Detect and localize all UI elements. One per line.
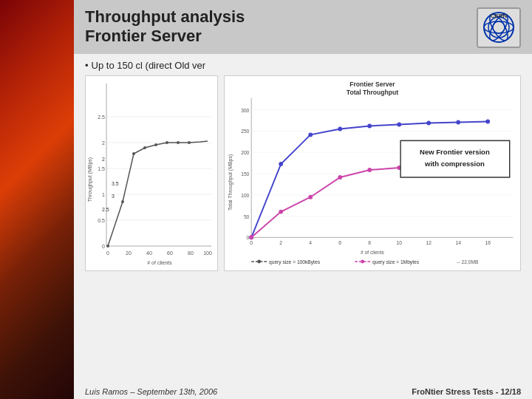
main-container: Throughput analysis Frontier Server CERN… <box>74 0 532 399</box>
svg-text:3.5: 3.5 <box>112 181 119 186</box>
svg-point-75 <box>426 121 431 126</box>
background-panel <box>0 0 81 399</box>
svg-text:100: 100 <box>241 193 249 198</box>
title-line1: Throughput analysis <box>85 7 245 27</box>
svg-point-77 <box>485 120 490 124</box>
svg-text:300: 300 <box>241 108 249 113</box>
svg-point-74 <box>397 123 401 127</box>
svg-point-30 <box>121 200 124 203</box>
svg-text:Total Throughput (MBps): Total Throughput (MBps) <box>228 154 233 211</box>
svg-point-80 <box>308 195 313 200</box>
title-line2: Frontier Server <box>85 27 245 46</box>
cern-logo: CERN <box>477 7 521 48</box>
svg-text:12: 12 <box>426 240 432 245</box>
svg-text:Frontier Server: Frontier Server <box>349 81 395 88</box>
footer: Luis Ramos – September 13th, 2006 FroNti… <box>85 387 521 396</box>
svg-text:20: 20 <box>126 250 132 256</box>
svg-text:6: 6 <box>338 240 341 245</box>
svg-text:query size = 100kBytes: query size = 100kBytes <box>269 259 321 265</box>
svg-point-34 <box>166 141 168 144</box>
left-chart-wrapper: Throughput (MBps) 0 0.5 1 1.5 2 <box>85 75 218 271</box>
svg-text:60: 60 <box>167 250 173 256</box>
svg-point-82 <box>367 168 372 172</box>
svg-point-76 <box>456 120 460 125</box>
svg-text:2.5: 2.5 <box>102 207 109 212</box>
svg-text:200: 200 <box>241 150 249 155</box>
content-area: • Up to 150 cl (direct Old ver Throughpu… <box>74 54 532 275</box>
svg-point-35 <box>177 141 180 144</box>
svg-point-71 <box>308 132 313 137</box>
svg-text:50: 50 <box>244 214 250 219</box>
svg-text:-- 22,0MB: -- 22,0MB <box>457 259 479 265</box>
svg-text:0.5: 0.5 <box>98 218 105 223</box>
svg-text:Throughput (MBps): Throughput (MBps) <box>87 157 93 202</box>
footer-right: FroNtier Stress Tests - 12/18 <box>412 387 521 396</box>
svg-text:3: 3 <box>112 194 115 199</box>
svg-point-29 <box>106 245 109 248</box>
chart-area: Throughput (MBps) 0 0.5 1 1.5 2 <box>85 75 521 271</box>
svg-text:0: 0 <box>250 240 253 245</box>
svg-point-31 <box>132 152 135 155</box>
svg-text:0: 0 <box>247 235 250 240</box>
svg-text:2: 2 <box>102 140 105 146</box>
svg-point-33 <box>154 143 157 146</box>
svg-point-32 <box>143 146 146 149</box>
svg-text:2: 2 <box>279 240 282 245</box>
svg-text:4: 4 <box>309 240 312 245</box>
svg-point-36 <box>188 141 191 144</box>
svg-text:# of clients: # of clients <box>361 250 384 255</box>
svg-text:10: 10 <box>396 240 402 245</box>
svg-point-88 <box>257 260 261 264</box>
svg-text:40: 40 <box>146 250 152 256</box>
title-block: Throughput analysis Frontier Server <box>85 7 245 47</box>
footer-left: Luis Ramos – September 13th, 2006 <box>85 387 217 396</box>
svg-text:16: 16 <box>485 240 491 245</box>
svg-text:8: 8 <box>368 240 371 245</box>
header: Throughput analysis Frontier Server CERN <box>74 0 532 54</box>
svg-text:1: 1 <box>102 192 105 197</box>
right-chart-wrapper: Frontier Server Total Throughput Total T… <box>224 75 521 271</box>
svg-point-73 <box>367 124 372 129</box>
svg-text:New Frontier version: New Frontier version <box>420 148 490 156</box>
svg-text:250: 250 <box>241 129 249 134</box>
svg-point-79 <box>279 210 283 214</box>
svg-text:# of clients: # of clients <box>147 260 172 265</box>
svg-text:Total Throughput: Total Throughput <box>347 89 398 96</box>
svg-text:80: 80 <box>188 250 194 256</box>
svg-text:1.5: 1.5 <box>98 166 105 171</box>
svg-point-70 <box>279 162 283 166</box>
svg-point-72 <box>338 126 342 131</box>
svg-text:14: 14 <box>455 240 461 245</box>
svg-point-81 <box>338 175 342 180</box>
bullet-point: • Up to 150 cl (direct Old ver <box>85 60 521 71</box>
svg-text:query size = 1Mbytes: query size = 1Mbytes <box>372 259 420 265</box>
svg-text:2.5: 2.5 <box>98 115 105 120</box>
svg-text:150: 150 <box>241 171 249 177</box>
svg-text:0: 0 <box>106 250 109 256</box>
bullet-text: Up to 150 cl (direct Old ver <box>92 60 206 71</box>
svg-text:0: 0 <box>102 244 105 249</box>
svg-point-78 <box>249 235 253 239</box>
svg-point-91 <box>361 260 364 264</box>
svg-text:with compression: with compression <box>424 160 485 168</box>
svg-text:2: 2 <box>102 157 105 162</box>
svg-text:CERN: CERN <box>491 13 508 19</box>
svg-text:100: 100 <box>203 250 212 256</box>
